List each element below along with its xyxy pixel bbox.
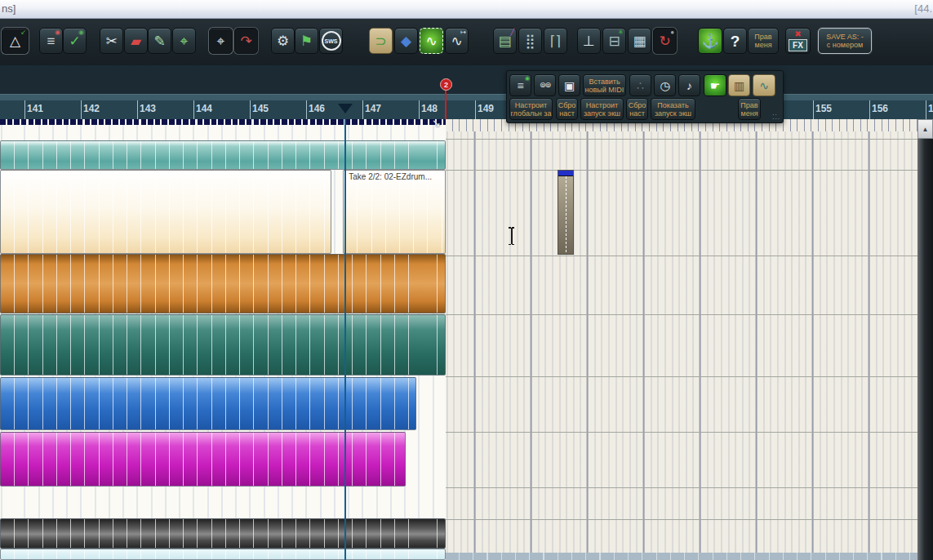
wrench-icon[interactable]: ⚙: [271, 28, 295, 54]
tape-reels-icon[interactable]: ⊚⊚: [534, 74, 556, 96]
cut-scissors-icon[interactable]: ✂: [100, 28, 123, 54]
track-2-item[interactable]: Take 2/2: 02-EZdrum...: [343, 170, 446, 254]
track-8-item[interactable]: [0, 518, 446, 549]
arrange-right-pane[interactable]: [446, 131, 917, 560]
measure-line: [250, 100, 251, 119]
track-separator: [446, 519, 917, 520]
actions-flag-icon[interactable]: ⚑: [295, 28, 318, 54]
item-edges-icon[interactable]: ⌈⌉: [544, 28, 567, 54]
reset-startup-button-label: Сбронаст: [627, 101, 647, 118]
midi-item[interactable]: [558, 170, 574, 255]
hand-tool-icon: ☛: [710, 80, 721, 91]
zoom-tool-icon[interactable]: ⌖: [172, 28, 196, 54]
titlebar-text-left: ns]: [2, 2, 16, 15]
scroll-up-button[interactable]: ▲: [917, 119, 933, 139]
selection-end-arrow-icon[interactable]: ↘: [432, 117, 441, 129]
insert-midi-button[interactable]: Вставитьновый MIDI: [583, 74, 626, 96]
sws-icon[interactable]: SWS: [319, 28, 343, 54]
time-selection-strip[interactable]: [0, 119, 446, 125]
show-tracks-check-icon[interactable]: ✓◉: [63, 28, 87, 54]
smooth-seek-off-icon[interactable]: ↷: [234, 28, 258, 54]
track-manager-icon-badge: ╱: [510, 29, 514, 36]
insert-midi-button-label: Вставитьновый MIDI: [584, 78, 625, 94]
scatter-icon[interactable]: ∴: [629, 74, 651, 96]
reset-global-button[interactable]: Сбронаст: [556, 98, 578, 120]
note-icon[interactable]: ♪: [678, 74, 700, 96]
measure-label-146: 146: [309, 103, 325, 114]
grid-dots-icon[interactable]: ⣿: [518, 28, 542, 54]
vertical-scrollbar[interactable]: ▲: [917, 119, 933, 560]
edit-cursor-handle[interactable]: [338, 104, 353, 113]
measure-line: [926, 100, 926, 119]
region-matrix-icon: ▦: [633, 34, 646, 48]
marker-number: 2: [444, 81, 448, 89]
waveform-seek-icon[interactable]: ∿↦: [445, 28, 469, 54]
setup-startup-button[interactable]: Настроитзапуск экш: [580, 98, 624, 120]
stamp-icon[interactable]: ⊥: [577, 28, 601, 54]
track-separator: [446, 256, 917, 256]
eraser-icon: ▰: [131, 34, 141, 48]
edit-menu-button[interactable]: Правменя: [748, 28, 779, 54]
timeline-ruler[interactable]: 1411421431441451461471481491551561: [0, 100, 933, 119]
speaker-monitor-icon[interactable]: ▣: [558, 74, 580, 96]
show-tracks-check-icon-badge: ◉: [78, 29, 84, 36]
template-folder-icon-badge: ✳: [618, 29, 624, 36]
track-4-item[interactable]: [0, 314, 446, 376]
reset-startup-button[interactable]: Сбронаст: [626, 98, 648, 120]
item-edges-icon: ⌈⌉: [550, 34, 561, 48]
help-icon[interactable]: ?: [723, 28, 747, 54]
bottom-strip: [446, 553, 917, 560]
region-matrix-icon[interactable]: ▦: [628, 28, 651, 54]
track-1-item[interactable]: [0, 140, 446, 170]
hand-tool-icon[interactable]: ☛: [704, 74, 726, 96]
track-separator: [446, 432, 917, 433]
zoom-tool-icon: ⌖: [180, 34, 189, 48]
stamp-icon: ⊥: [583, 34, 595, 48]
track-2-item[interactable]: [0, 170, 331, 254]
floating-toolbar: ∙∙∙∙∙ ≡◉⊚⊚▣Вставитьновый MIDI∴◷♪☛▥∿Настр…: [506, 70, 784, 123]
edit-me-button[interactable]: Правменя: [738, 98, 761, 120]
magnet-snap-icon[interactable]: ⊃: [369, 28, 393, 54]
track-manager-icon[interactable]: ▤╱: [493, 28, 517, 54]
grid-view-icon[interactable]: ▥: [728, 74, 750, 96]
ripple-edit-icon: ◆: [401, 34, 411, 48]
track-3-item[interactable]: [0, 254, 446, 313]
help-icon: ?: [731, 33, 740, 49]
template-folder-icon[interactable]: ⊟✳: [602, 28, 626, 54]
titlebar-text-right: [44.: [914, 2, 932, 15]
track-9-item[interactable]: [0, 549, 446, 560]
pencil-icon[interactable]: ✎: [148, 28, 171, 54]
measure-line: [137, 100, 138, 119]
main-toolbar: △↙≡◉✓◉✂▰✎⌖⌖↷⚙⚑SWS⊃◆∿∿↦▤╱⣿⌈⌉⊥⊟✳▦↻●⚓?Правм…: [0, 19, 933, 65]
hide-tracks-eye-icon[interactable]: ≡◉: [39, 28, 63, 54]
anchor-icon[interactable]: ⚓: [698, 28, 722, 54]
magnet-snap-icon: ⊃: [375, 34, 386, 48]
midi-item-header: [558, 171, 573, 176]
edit-menu-button-label: Правменя: [749, 33, 778, 49]
fx-bypass-button[interactable]: ✖FX: [785, 28, 811, 54]
show-startup-button[interactable]: Показатьзапуск экш: [651, 98, 695, 120]
envelope-visibility-icon-badge: ◉: [525, 75, 530, 81]
lock-waveform-icon[interactable]: ∿: [420, 28, 443, 54]
save-as-button[interactable]: SAVE AS: -с номером: [818, 28, 872, 54]
envelope-visibility-icon[interactable]: ≡◉: [509, 74, 531, 96]
media-item-tool-icon-badge: ↙: [20, 29, 26, 36]
render-loop-icon[interactable]: ↻●: [653, 28, 677, 54]
eraser-icon[interactable]: ▰: [124, 28, 148, 54]
anchor-icon: ⚓: [701, 34, 718, 48]
ripple-edit-icon[interactable]: ◆: [394, 28, 418, 54]
actions-flag-icon: ⚑: [300, 34, 313, 48]
clock-icon[interactable]: ◷: [654, 74, 676, 96]
measure-label-141: 141: [27, 103, 43, 114]
track-5-item[interactable]: [0, 377, 416, 430]
marker-2-flag[interactable]: 2: [440, 78, 452, 91]
automation-view-icon[interactable]: ∿: [753, 74, 775, 96]
measure-label-147: 147: [365, 103, 381, 114]
measure-line: [362, 100, 363, 119]
media-item-tool-icon[interactable]: △↙: [2, 28, 29, 54]
zoom-select-icon[interactable]: ⌖: [209, 28, 233, 54]
header-band: [0, 65, 933, 94]
setup-global-button[interactable]: Настроитглобальн за: [509, 98, 553, 120]
resize-grip[interactable]: ∙∙∙∙∙: [772, 113, 780, 121]
measure-label-156: 156: [872, 103, 888, 114]
